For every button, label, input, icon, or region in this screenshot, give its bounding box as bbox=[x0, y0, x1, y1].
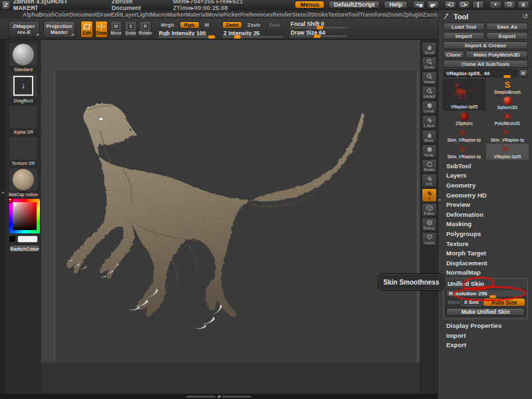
subpalette-header[interactable]: Geometry bbox=[443, 180, 528, 190]
menu-item[interactable]: Transform bbox=[360, 11, 388, 18]
restore-configuration-icon[interactable]: ↺ bbox=[523, 13, 528, 20]
dock-palette-left-icon[interactable]: ◂❏ bbox=[444, 1, 456, 9]
help-button[interactable]: Help bbox=[384, 1, 408, 9]
tool-thumbnail[interactable]: S Skin_VRaptor-tp bbox=[443, 127, 485, 143]
tool-thumbnail[interactable]: S VRaptor-tp05 bbox=[443, 79, 485, 110]
zsub-button[interactable]: Zsub bbox=[244, 21, 263, 29]
menu-item[interactable]: Alpha bbox=[23, 11, 39, 18]
menu-item[interactable]: Movie bbox=[207, 11, 223, 18]
color-picker[interactable] bbox=[9, 199, 40, 233]
canvas[interactable]: Skin Smoothness bbox=[41, 40, 420, 394]
slider-nub[interactable] bbox=[503, 75, 511, 78]
subpalette-header[interactable]: Display Properties bbox=[443, 321, 528, 331]
menu-item[interactable]: Material bbox=[186, 11, 207, 18]
focal-shift-slider[interactable]: Focal Shift 0 bbox=[289, 21, 348, 29]
import-button[interactable]: Import bbox=[443, 32, 485, 40]
subpalette-header[interactable]: Layers bbox=[443, 171, 528, 181]
mode-button[interactable]: S Scale bbox=[124, 21, 137, 38]
menu-item[interactable]: Marker bbox=[167, 11, 186, 18]
menu-item[interactable]: Edit bbox=[111, 11, 122, 18]
hide-right-tray-button[interactable]: ▮▮▸ bbox=[427, 1, 439, 9]
slider-nub[interactable] bbox=[208, 35, 215, 39]
menu-item[interactable]: Stencil bbox=[292, 11, 311, 18]
main-color-swatch[interactable] bbox=[17, 235, 38, 243]
menu-item[interactable]: Document bbox=[69, 11, 97, 18]
tool-thumbnail[interactable]: S Skin_VRaptor-tp bbox=[443, 144, 485, 160]
subpalette-header[interactable]: Texture bbox=[443, 239, 528, 249]
subpalette-header[interactable]: Morph Target bbox=[443, 248, 528, 258]
shelf-button[interactable]: Local bbox=[422, 100, 437, 114]
mode-button[interactable]: M Move bbox=[110, 21, 122, 38]
current-tool-slider[interactable]: VRaptor-tp05. 49 bbox=[443, 69, 517, 77]
menu-item[interactable]: Preferences bbox=[240, 11, 273, 18]
menu-item[interactable]: Brush bbox=[39, 11, 55, 18]
hide-left-tray-button[interactable]: ◂▮▮ bbox=[413, 1, 425, 9]
current-texture[interactable]: Texture Off bbox=[8, 136, 39, 166]
rgb-intensity-slider[interactable]: Rgb Intensity 100 bbox=[158, 30, 216, 38]
projection-master-button[interactable]: Projection Master ◢ bbox=[43, 21, 75, 38]
menu-item[interactable]: Tool bbox=[348, 11, 359, 18]
tool-thumbnail[interactable]: S Sphere3D bbox=[486, 96, 529, 110]
minimize-button[interactable]: ▾ bbox=[489, 1, 501, 9]
make-polymesh3d-button[interactable]: Make PolyMesh3D bbox=[466, 51, 528, 59]
shelf-button[interactable]: Lasso bbox=[422, 232, 437, 246]
saturation-value-square[interactable] bbox=[13, 202, 37, 230]
slider-nub[interactable] bbox=[314, 35, 321, 38]
shelf-button[interactable]: Zoom bbox=[422, 57, 437, 70]
save-as-button[interactable]: Save As bbox=[486, 23, 528, 31]
mrgb-button[interactable]: Mrgb bbox=[158, 21, 178, 29]
sdns-slider[interactable]: Sdns bbox=[446, 299, 460, 305]
subpalette-header[interactable]: NormalMap bbox=[443, 268, 528, 278]
z-intensity-slider[interactable]: Z Intensity 25 bbox=[222, 30, 283, 38]
shelf-button[interactable]: AAHalf bbox=[422, 86, 437, 100]
default-zscript-button[interactable]: DefaultZScript bbox=[329, 1, 380, 9]
secondary-color-swatch[interactable] bbox=[9, 235, 16, 243]
menu-item[interactable]: Picker bbox=[223, 11, 240, 18]
clone-all-subtools-button[interactable]: Clone All SubTools bbox=[443, 60, 528, 68]
zadd-button[interactable]: Zadd bbox=[222, 21, 242, 29]
shelf-button[interactable]: Actual bbox=[422, 71, 437, 85]
shelf-button[interactable]: Rotate bbox=[422, 159, 437, 173]
subpalette-header[interactable]: Masking bbox=[443, 219, 528, 229]
menu-item[interactable]: Light bbox=[137, 11, 151, 18]
load-tool-button[interactable]: Load Tool bbox=[443, 23, 485, 31]
shelf-button[interactable]: Scale bbox=[422, 144, 437, 158]
subpalette-header[interactable]: Export bbox=[443, 340, 528, 350]
slider-nub[interactable] bbox=[234, 35, 241, 39]
menu-item[interactable]: Texture bbox=[328, 11, 348, 18]
shelf-button[interactable]: Move bbox=[422, 130, 437, 144]
lock-icon[interactable] bbox=[472, 1, 484, 9]
menu-item[interactable]: Draw bbox=[97, 11, 111, 18]
current-material[interactable]: MatCap redon bbox=[8, 168, 39, 197]
mode-button[interactable]: Draw bbox=[95, 21, 108, 38]
tool-thumbnail[interactable]: S Skin_VRaptor-tp bbox=[486, 127, 529, 143]
bottom-tray-toggle-icon[interactable]: ▴▾ bbox=[217, 394, 220, 398]
zmapper-button[interactable]: ZMapper rev-E ◢ bbox=[8, 21, 40, 38]
current-brush[interactable]: Standard bbox=[8, 43, 39, 72]
mode-button[interactable]: R Rotate bbox=[139, 21, 152, 38]
shelf-button[interactable]: L.Sym bbox=[422, 115, 437, 129]
clone-button[interactable]: Clone bbox=[443, 51, 464, 59]
right-tray-resize-handle[interactable]: ◂▸ bbox=[438, 198, 440, 201]
restore-button[interactable]: ❐ bbox=[503, 1, 515, 9]
shelf-button[interactable]: Y bbox=[422, 188, 437, 202]
make-unified-skin-button[interactable]: Make Unified Skin bbox=[446, 308, 525, 316]
subpalette-header[interactable]: SubTool bbox=[443, 161, 528, 171]
dock-palette-right-icon[interactable]: ❏▸ bbox=[458, 1, 470, 9]
rgb-button[interactable]: Rgb bbox=[180, 21, 200, 29]
subpalette-header[interactable]: Deformation bbox=[443, 209, 528, 219]
shelf-button[interactable]: Scroll bbox=[422, 42, 437, 56]
tool-thumbnail[interactable]: S PolyMesh3D bbox=[486, 111, 529, 126]
shelf-button[interactable]: Frame bbox=[422, 203, 437, 217]
zcut-button[interactable]: Zcut bbox=[265, 21, 283, 29]
r-button[interactable]: R bbox=[519, 69, 528, 77]
subpalette-header[interactable]: Preview bbox=[443, 200, 528, 209]
left-tray-resize-handle[interactable]: ◂▸ bbox=[0, 190, 5, 194]
menus-button[interactable]: Menus bbox=[295, 1, 325, 9]
m-button[interactable]: M bbox=[201, 21, 213, 29]
subpalette-header[interactable]: Displacement bbox=[443, 258, 528, 268]
menu-item[interactable]: Color bbox=[55, 11, 69, 18]
subpalette-header[interactable]: Polygroups bbox=[443, 229, 528, 239]
switch-color-button[interactable]: SwitchColor bbox=[9, 245, 40, 253]
menu-item[interactable]: Stroke bbox=[311, 11, 328, 18]
